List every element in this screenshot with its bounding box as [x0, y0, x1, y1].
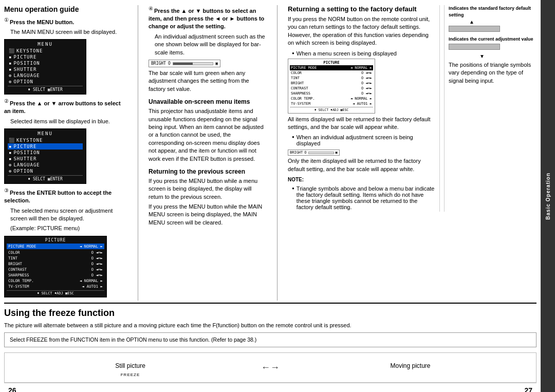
moving-picture-label: Moving picture [290, 362, 531, 369]
bar-fill [173, 63, 193, 65]
pm-left-footer: ♦ SELCT ♦ADJ ▣ESC [7, 290, 104, 295]
freeze-desc: The picture will alternate between a sti… [4, 322, 536, 329]
std-factory-label: Indicates the standard factory default s… [449, 5, 536, 18]
pmr-row-tvsystem: TV-SYSTEM◄ AUTO1 ► [290, 101, 373, 106]
unavailable-title: Unavailable on-screen menu items [149, 98, 267, 105]
current-adj-text: The positions of triangle symbols vary d… [449, 61, 536, 85]
arrow-up-icon: ▲ [469, 19, 536, 25]
divider-3 [439, 5, 440, 212]
page-footer: 26 27 [4, 383, 536, 392]
bar-text: The bar scale will turn green when any a… [149, 69, 267, 93]
indicator-up: ▲ [449, 19, 536, 32]
menu1-item-position: ▪POSITION [8, 60, 83, 66]
pmr-footer: ♦ SELCT ♦ADJ ▣ESC [290, 107, 373, 112]
returning-prev-text1: If you press the MENU button while a men… [149, 177, 267, 201]
freeze-diagram: Still picture FREEZE ←→ Moving picture [4, 352, 536, 383]
menu-box-2: MENU ⬛KEYSTONE ▪PICTURE ▪POSITION ▪SHUTT… [4, 128, 86, 184]
step1-bold: Press the MENU button. [10, 19, 74, 25]
returning-factory-title: Returning a setting to the factory defau… [288, 5, 435, 13]
side-tab: Basic Operation [541, 0, 555, 392]
when-individual-text: When an individual adjustment screen is … [297, 134, 435, 146]
picture-menu-left: PICTURE PICTURE MODE◄ NORMAL ► COLORO ◄═… [4, 236, 107, 297]
freeze-note-text: Select FREEZE from the FUNCTION item in … [10, 337, 256, 343]
pm-left-row-tvsystem: TV-SYSTEM◄ AUTO1 ► [7, 284, 104, 289]
arrow-down-icon: ▼ [479, 54, 536, 59]
right-column: Returning a setting to the factory defau… [288, 5, 536, 301]
step4: ④Press the ▲ or ▼ buttons to select an i… [149, 5, 267, 57]
freeze-arrow: ←→ [256, 353, 285, 382]
step1-text: The MAIN MENU screen will be displayed. [10, 28, 127, 36]
returning-factory-text: If you press the NORM button on the remo… [288, 15, 435, 47]
bar-track [173, 62, 213, 65]
bright-label: BRIGHT [151, 61, 166, 66]
step3-bold: Press the ENTER button to accept the sel… [4, 190, 112, 203]
menu2-item-keystone: ⬛KEYSTONE [8, 137, 83, 143]
menu1-item-language: ⊕LANGUAGE [8, 72, 83, 79]
menu2-item-position: ▪POSITION [8, 150, 83, 156]
pmr-row-bright: BRIGHTO ◄═► [290, 81, 373, 86]
step2: ②Press the ▲ or ▼ arrow buttons to selec… [4, 98, 127, 125]
bright-right-label: BRIGHT [290, 151, 303, 155]
right-top-right: Indicates the standard factory default s… [444, 5, 536, 212]
step3-example: (Example: PICTURE menu) [10, 225, 127, 232]
right-top: Returning a setting to the factory defau… [288, 5, 536, 212]
freeze-small-label: FREEZE [10, 372, 251, 377]
freeze-section: Using the freeze function The picture wi… [4, 303, 536, 383]
middle-column: ④Press the ▲ or ▼ buttons to select an i… [149, 5, 267, 301]
note-bullet-text: Triangle symbols above and below a menu … [297, 185, 435, 210]
unavailable-text: This projector has unadjustable items an… [149, 107, 267, 163]
step3: ③Press the ENTER button to accept the se… [4, 187, 127, 233]
side-tab-label: Basic Operation [545, 173, 551, 220]
freeze-note-box: Select FREEZE from the FUNCTION item in … [4, 332, 536, 347]
bright-bar-right: BRIGHT O ▣ [288, 150, 340, 156]
still-picture-box: Still picture FREEZE [5, 353, 256, 382]
left-column: Menu operation guide ①Press the MENU but… [4, 5, 127, 301]
step4-bold: Press the ▲ or ▼ buttons to select an it… [149, 8, 264, 30]
pm-left-row-bright: BRIGHTO ◄═► [7, 261, 104, 267]
step4-text: An individual adjustment screen such as … [155, 33, 267, 57]
indicator-down: ▼ [449, 44, 536, 59]
when-menu-bullet: When a menu screen is being displayed [292, 50, 435, 57]
indicator-bar-std [449, 26, 500, 32]
page-num-left: 26 [8, 384, 16, 392]
menu2-footer: ♦ SELCT ▣ENTER [8, 175, 83, 181]
returning-prev-text2: If you press the MENU button while the M… [149, 203, 267, 227]
right-top-left: Returning a setting to the factory defau… [288, 5, 435, 212]
step1: ①Press the MENU button. The MAIN MENU sc… [4, 16, 127, 36]
still-picture-label: Still picture [10, 362, 251, 369]
note-bullet-1: Triangle symbols above and below a menu … [292, 185, 435, 210]
pmr-row-tint: TINTO ◄═► [290, 76, 373, 81]
pmr-row-color: COLORO ◄═► [290, 70, 373, 76]
returning-prev-title: Returning to the previous screen [149, 168, 267, 175]
bright-right-val: O [304, 151, 306, 155]
pmr-row-sharpness: SHARPNESSO ◄═► [290, 91, 373, 96]
pmr-row-colortemp: COLOR TEMP.◄ NORMAL ► [290, 96, 373, 101]
pm-left-row-colortemp: COLOR TEMP.◄ NORMAL ► [7, 278, 104, 284]
divider-2 [277, 5, 278, 301]
when-menu-text: When a menu screen is being displayed [297, 50, 397, 57]
pm-left-title: PICTURE [7, 238, 104, 242]
step3-text: The selected menu screen or adjustment s… [10, 207, 127, 223]
menu2-item-shutter: ▪SHUTTER [8, 156, 83, 162]
freeze-title: Using the freeze function [4, 308, 536, 319]
menu1-title: MENU [8, 42, 83, 47]
menu1-item-option: ⊕OPTION [8, 79, 83, 85]
picture-menu-right: PICTURE PICTURE MODE◄ NORMAL ► COLORO ◄═… [288, 59, 375, 114]
menu1-item-shutter: ▪SHUTTER [8, 66, 83, 72]
pmr-header: PICTURE MODE◄ NORMAL ► [290, 65, 373, 70]
current-adj-label: Indicates the current adjustment value [449, 36, 536, 43]
indicator-bar-current [449, 44, 500, 50]
bright-val: O [168, 61, 171, 66]
menu-box-1: MENU ⬛KEYSTONE ▪PICTURE ▪POSITION ▪SHUTT… [4, 39, 86, 95]
menu-guide-title: Menu operation guide [4, 5, 127, 13]
menu1-item-keystone: ⬛KEYSTONE [8, 48, 83, 54]
menu2-item-option: ⊕OPTION [8, 168, 83, 174]
menu2-title: MENU [8, 131, 83, 136]
when-individual-bullet: When an individual adjustment screen is … [292, 134, 435, 146]
divider-1 [138, 5, 138, 301]
step2-bold: Press the ▲ or ▼ arrow buttons to select… [4, 100, 121, 114]
pmr-title: PICTURE [290, 60, 373, 65]
pm-left-row-tint: TINTO ◄═► [7, 255, 104, 261]
bright-bar-middle: BRIGHT O ▣ [149, 60, 220, 67]
menu1-footer: ♦ SELCT ▣ENTER [8, 86, 83, 92]
